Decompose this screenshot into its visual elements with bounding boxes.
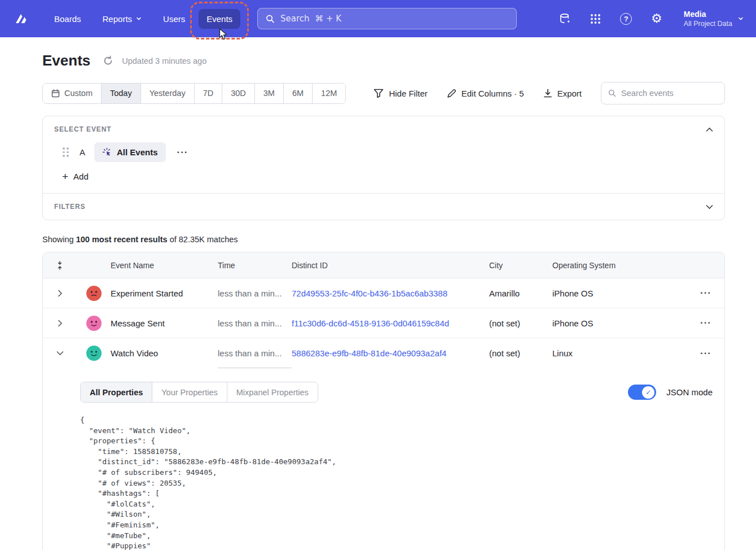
events-page: Events Updated 3 minutes ago Custom Toda…	[0, 37, 756, 550]
column-header-city: City	[489, 252, 552, 278]
drag-handle-icon[interactable]	[61, 146, 71, 159]
date-range-6m[interactable]: 6M	[284, 84, 313, 103]
chevron-down-icon[interactable]	[706, 204, 713, 209]
detail-toolbar: All Properties Your Properties Mixpanel …	[80, 382, 713, 403]
hide-filter-button[interactable]: Hide Filter	[373, 89, 427, 98]
event-time: less than a min...	[218, 308, 292, 338]
event-time: less than a min...	[218, 278, 292, 308]
search-icon	[266, 14, 275, 24]
download-icon	[543, 89, 552, 98]
nav-item-users[interactable]: Users	[155, 9, 193, 29]
page-header: Events Updated 3 minutes ago	[42, 52, 725, 69]
select-event-section: SELECT EVENT A All Events ··	[43, 116, 724, 193]
add-event-button[interactable]: + Add	[62, 171, 713, 182]
date-range-30d[interactable]: 30D	[222, 84, 255, 103]
global-search-input[interactable]	[280, 14, 508, 24]
pencil-icon	[447, 89, 456, 98]
search-events-input[interactable]	[621, 89, 718, 98]
top-navbar: Boards Reports Users Events	[0, 0, 756, 37]
project-switcher[interactable]: Media All Project Data	[684, 9, 744, 28]
tab-all-properties[interactable]: All Properties	[81, 382, 152, 402]
events-table: Event Name Time Distinct ID City Operati…	[42, 252, 725, 550]
column-header-time: Time	[218, 252, 292, 278]
nav-item-boards[interactable]: Boards	[46, 9, 89, 29]
event-row: A All Events ···	[61, 142, 713, 162]
select-event-header[interactable]: SELECT EVENT	[54, 125, 713, 133]
event-detail-panel: All Properties Your Properties Mixpanel …	[43, 368, 724, 550]
table-row: Message Sent less than a min... f11c30d6…	[43, 308, 724, 338]
event-selector-chip[interactable]: All Events	[94, 142, 166, 162]
nav-item-reports[interactable]: Reports	[95, 9, 150, 29]
avatar-column-header	[77, 252, 111, 278]
distinct-id-link[interactable]: f11c30d6-dc6d-4518-9136-0d046159c84d	[292, 318, 449, 328]
settings-gear-icon[interactable]: ⚙	[650, 12, 663, 25]
event-name: Experiment Started	[111, 278, 218, 308]
collapse-all-icon[interactable]	[43, 252, 77, 278]
row-collapse-chevron-down-icon[interactable]	[43, 338, 77, 368]
user-avatar[interactable]	[86, 286, 102, 301]
row-overflow-icon[interactable]: ···	[697, 346, 715, 361]
help-icon[interactable]: ?	[619, 12, 633, 25]
table-row: Experiment Started less than a min... 72…	[43, 278, 724, 308]
tab-mixpanel-properties[interactable]: Mixpanel Properties	[227, 382, 318, 402]
user-avatar[interactable]	[86, 346, 102, 361]
properties-tab-group: All Properties Your Properties Mixpanel …	[80, 382, 318, 403]
user-avatar[interactable]	[86, 316, 102, 331]
event-json-viewer[interactable]: { "event": "Watch Video", "properties": …	[80, 415, 713, 550]
project-subtitle: All Project Data	[684, 19, 732, 28]
column-header-os: Operating System	[552, 252, 686, 278]
page-title: Events	[42, 52, 90, 69]
global-search[interactable]	[257, 8, 517, 29]
event-name: Watch Video	[111, 338, 218, 368]
export-button[interactable]: Export	[543, 89, 582, 98]
chevron-down-icon	[136, 16, 142, 21]
primary-nav: Boards Reports Users Events	[46, 9, 240, 29]
date-range-7d[interactable]: 7D	[195, 84, 223, 103]
json-mode-label: JSON mode	[666, 387, 713, 397]
filters-label: FILTERS	[54, 203, 85, 211]
tab-your-properties[interactable]: Your Properties	[152, 382, 227, 402]
apps-grid-icon[interactable]	[589, 12, 603, 25]
date-range-3m[interactable]: 3M	[255, 84, 284, 103]
chevron-up-icon[interactable]	[706, 127, 713, 132]
data-management-icon[interactable]	[559, 12, 572, 25]
event-row-letter: A	[78, 147, 86, 157]
distinct-id-link[interactable]: 72d49553-25fc-4f0c-b436-1b5ac6ab3388	[292, 289, 447, 298]
date-range-group: Custom Today Yesterday 7D 30D 3M 6M 12M	[42, 83, 346, 104]
column-header-event-name: Event Name	[111, 252, 218, 278]
mixpanel-logo[interactable]	[11, 9, 30, 28]
nav-item-events[interactable]: Events	[199, 9, 240, 29]
json-mode-toggle[interactable]: ✓	[628, 385, 656, 400]
date-range-today[interactable]: Today	[102, 84, 141, 103]
row-overflow-icon[interactable]: ···	[697, 285, 715, 301]
date-range-yesterday[interactable]: Yesterday	[141, 84, 195, 103]
query-builder-card: SELECT EVENT A All Events ··	[42, 116, 725, 220]
plus-icon: +	[62, 171, 68, 182]
filters-header[interactable]: FILTERS	[54, 203, 713, 211]
calendar-icon	[51, 89, 60, 98]
date-range-custom[interactable]: Custom	[43, 84, 102, 103]
date-range-12m[interactable]: 12M	[313, 84, 345, 103]
row-overflow-icon[interactable]: ···	[697, 315, 715, 331]
city-value: Amarillo	[489, 278, 552, 308]
actions-column-header	[686, 252, 725, 278]
chevron-down-icon	[738, 16, 744, 21]
select-event-label: SELECT EVENT	[54, 125, 111, 133]
refresh-icon[interactable]	[102, 55, 114, 67]
toolbar-actions: Hide Filter Edit Columns · 5 Export	[373, 82, 725, 104]
last-updated-text: Updated 3 minutes ago	[122, 56, 206, 66]
distinct-id-link[interactable]: 5886283e-e9fb-48fb-81de-40e9093a2af4	[292, 348, 446, 358]
project-name: Media	[684, 9, 732, 19]
row-expand-chevron-right-icon[interactable]	[43, 308, 77, 338]
row-expand-chevron-right-icon[interactable]	[43, 278, 77, 308]
edit-columns-button[interactable]: Edit Columns · 5	[447, 89, 524, 98]
event-overflow-icon[interactable]: ···	[174, 145, 192, 160]
table-header-row: Event Name Time Distinct ID City Operati…	[43, 252, 724, 278]
navbar-right: ? ⚙ Media All Project Data	[559, 9, 744, 28]
os-value: iPhone OS	[552, 278, 686, 308]
search-events-box[interactable]	[601, 82, 725, 104]
os-value: Linux	[552, 338, 686, 368]
event-chip-label: All Events	[117, 147, 158, 157]
table-row-expanded: Watch Video less than a min... 5886283e-…	[43, 338, 724, 368]
toggle-check-icon: ✓	[642, 386, 654, 399]
